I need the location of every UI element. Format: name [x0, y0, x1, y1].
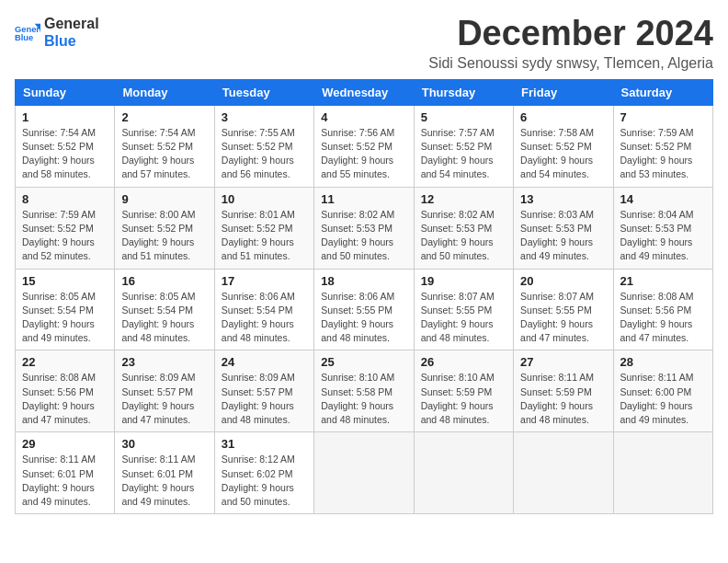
- day-info: Sunrise: 8:05 AMSunset: 5:54 PMDaylight:…: [121, 290, 207, 346]
- day-number: 7: [620, 110, 706, 124]
- day-info: Sunrise: 8:09 AMSunset: 5:57 PMDaylight:…: [222, 371, 307, 427]
- day-number: 10: [222, 192, 307, 206]
- svg-text:Blue: Blue: [15, 34, 33, 43]
- day-info: Sunrise: 7:56 AMSunset: 5:52 PMDaylight:…: [321, 126, 406, 182]
- day-info: Sunrise: 8:11 AMSunset: 6:00 PMDaylight:…: [620, 371, 706, 427]
- calendar-subtitle: Sidi Senoussi sydy snwsy, Tlemcen, Alger…: [428, 55, 713, 72]
- day-info: Sunrise: 8:11 AMSunset: 6:01 PMDaylight:…: [121, 453, 207, 509]
- day-cell: 1Sunrise: 7:54 AMSunset: 5:52 PMDaylight…: [16, 105, 115, 187]
- day-info: Sunrise: 8:09 AMSunset: 5:57 PMDaylight:…: [121, 371, 207, 427]
- day-number: 3: [222, 110, 307, 124]
- day-info: Sunrise: 8:10 AMSunset: 5:59 PMDaylight:…: [421, 371, 506, 427]
- calendar-body: 1Sunrise: 7:54 AMSunset: 5:52 PMDaylight…: [16, 105, 713, 513]
- day-cell: 5Sunrise: 7:57 AMSunset: 5:52 PMDaylight…: [414, 105, 513, 187]
- day-number: 22: [22, 355, 108, 369]
- day-cell: 4Sunrise: 7:56 AMSunset: 5:52 PMDaylight…: [314, 105, 414, 187]
- day-cell: 22Sunrise: 8:08 AMSunset: 5:56 PMDayligh…: [16, 350, 115, 432]
- day-cell: 31Sunrise: 8:12 AMSunset: 6:02 PMDayligh…: [214, 432, 313, 514]
- logo-icon: General Blue: [15, 19, 40, 45]
- day-info: Sunrise: 8:10 AMSunset: 5:58 PMDaylight:…: [321, 371, 406, 427]
- day-info: Sunrise: 8:04 AMSunset: 5:53 PMDaylight:…: [620, 208, 706, 264]
- day-info: Sunrise: 7:59 AMSunset: 5:52 PMDaylight:…: [620, 126, 706, 182]
- logo-line2: Blue: [44, 32, 99, 50]
- day-number: 30: [121, 437, 207, 451]
- week-row-1: 1Sunrise: 7:54 AMSunset: 5:52 PMDaylight…: [16, 105, 713, 187]
- day-cell: [514, 432, 613, 514]
- page-header: General Blue General Blue December 2024 …: [15, 15, 713, 72]
- day-cell: 23Sunrise: 8:09 AMSunset: 5:57 PMDayligh…: [115, 350, 214, 432]
- day-number: 9: [121, 192, 207, 206]
- day-info: Sunrise: 7:58 AMSunset: 5:52 PMDaylight:…: [520, 126, 606, 182]
- day-info: Sunrise: 7:55 AMSunset: 5:52 PMDaylight:…: [222, 126, 307, 182]
- day-number: 14: [620, 192, 706, 206]
- day-cell: 12Sunrise: 8:02 AMSunset: 5:53 PMDayligh…: [414, 187, 513, 269]
- week-row-4: 22Sunrise: 8:08 AMSunset: 5:56 PMDayligh…: [16, 350, 713, 432]
- calendar-title: December 2024: [428, 15, 713, 53]
- day-number: 17: [222, 274, 307, 288]
- week-row-5: 29Sunrise: 8:11 AMSunset: 6:01 PMDayligh…: [16, 432, 713, 514]
- day-cell: 13Sunrise: 8:03 AMSunset: 5:53 PMDayligh…: [514, 187, 613, 269]
- day-number: 2: [121, 110, 207, 124]
- day-cell: [414, 432, 513, 514]
- header-wednesday: Wednesday: [314, 79, 414, 105]
- day-info: Sunrise: 8:11 AMSunset: 5:59 PMDaylight:…: [520, 371, 606, 427]
- day-number: 4: [321, 110, 406, 124]
- day-cell: 25Sunrise: 8:10 AMSunset: 5:58 PMDayligh…: [314, 350, 414, 432]
- day-number: 12: [421, 192, 506, 206]
- day-cell: 9Sunrise: 8:00 AMSunset: 5:52 PMDaylight…: [115, 187, 214, 269]
- day-number: 23: [121, 355, 207, 369]
- day-info: Sunrise: 8:07 AMSunset: 5:55 PMDaylight:…: [520, 290, 606, 346]
- day-info: Sunrise: 7:57 AMSunset: 5:52 PMDaylight:…: [421, 126, 506, 182]
- day-number: 25: [321, 355, 406, 369]
- day-number: 11: [321, 192, 406, 206]
- day-cell: 27Sunrise: 8:11 AMSunset: 5:59 PMDayligh…: [514, 350, 613, 432]
- calendar-header-row: SundayMondayTuesdayWednesdayThursdayFrid…: [16, 79, 713, 105]
- day-cell: 11Sunrise: 8:02 AMSunset: 5:53 PMDayligh…: [314, 187, 414, 269]
- day-cell: 3Sunrise: 7:55 AMSunset: 5:52 PMDaylight…: [214, 105, 313, 187]
- day-cell: 21Sunrise: 8:08 AMSunset: 5:56 PMDayligh…: [613, 269, 712, 350]
- day-cell: 20Sunrise: 8:07 AMSunset: 5:55 PMDayligh…: [514, 269, 613, 350]
- day-cell: 18Sunrise: 8:06 AMSunset: 5:55 PMDayligh…: [314, 269, 414, 350]
- day-number: 24: [222, 355, 307, 369]
- day-cell: 16Sunrise: 8:05 AMSunset: 5:54 PMDayligh…: [115, 269, 214, 350]
- svg-text:General: General: [15, 25, 40, 34]
- day-cell: 14Sunrise: 8:04 AMSunset: 5:53 PMDayligh…: [613, 187, 712, 269]
- header-saturday: Saturday: [613, 79, 712, 105]
- day-number: 29: [22, 437, 108, 451]
- header-thursday: Thursday: [414, 79, 513, 105]
- day-number: 13: [520, 192, 606, 206]
- day-info: Sunrise: 8:02 AMSunset: 5:53 PMDaylight:…: [421, 208, 506, 264]
- header-sunday: Sunday: [16, 79, 115, 105]
- week-row-2: 8Sunrise: 7:59 AMSunset: 5:52 PMDaylight…: [16, 187, 713, 269]
- day-info: Sunrise: 8:08 AMSunset: 5:56 PMDaylight:…: [22, 371, 108, 427]
- day-info: Sunrise: 8:12 AMSunset: 6:02 PMDaylight:…: [222, 453, 307, 509]
- day-cell: 26Sunrise: 8:10 AMSunset: 5:59 PMDayligh…: [414, 350, 513, 432]
- title-area: December 2024 Sidi Senoussi sydy snwsy, …: [428, 15, 713, 72]
- day-number: 19: [421, 274, 506, 288]
- day-info: Sunrise: 8:11 AMSunset: 6:01 PMDaylight:…: [22, 453, 108, 509]
- header-tuesday: Tuesday: [214, 79, 313, 105]
- day-info: Sunrise: 7:54 AMSunset: 5:52 PMDaylight:…: [22, 126, 108, 182]
- day-cell: 19Sunrise: 8:07 AMSunset: 5:55 PMDayligh…: [414, 269, 513, 350]
- day-cell: 15Sunrise: 8:05 AMSunset: 5:54 PMDayligh…: [16, 269, 115, 350]
- day-cell: 17Sunrise: 8:06 AMSunset: 5:54 PMDayligh…: [214, 269, 313, 350]
- day-info: Sunrise: 8:01 AMSunset: 5:52 PMDaylight:…: [222, 208, 307, 264]
- day-info: Sunrise: 8:03 AMSunset: 5:53 PMDaylight:…: [520, 208, 606, 264]
- day-number: 1: [22, 110, 108, 124]
- day-info: Sunrise: 8:02 AMSunset: 5:53 PMDaylight:…: [321, 208, 406, 264]
- day-number: 27: [520, 355, 606, 369]
- day-info: Sunrise: 8:06 AMSunset: 5:54 PMDaylight:…: [222, 290, 307, 346]
- day-cell: 24Sunrise: 8:09 AMSunset: 5:57 PMDayligh…: [214, 350, 313, 432]
- week-row-3: 15Sunrise: 8:05 AMSunset: 5:54 PMDayligh…: [16, 269, 713, 350]
- calendar-table: SundayMondayTuesdayWednesdayThursdayFrid…: [15, 79, 713, 514]
- day-cell: [613, 432, 712, 514]
- day-number: 18: [321, 274, 406, 288]
- day-info: Sunrise: 7:54 AMSunset: 5:52 PMDaylight:…: [121, 126, 207, 182]
- day-info: Sunrise: 8:06 AMSunset: 5:55 PMDaylight:…: [321, 290, 406, 346]
- day-cell: 7Sunrise: 7:59 AMSunset: 5:52 PMDaylight…: [613, 105, 712, 187]
- day-number: 6: [520, 110, 606, 124]
- day-cell: 28Sunrise: 8:11 AMSunset: 6:00 PMDayligh…: [613, 350, 712, 432]
- header-friday: Friday: [514, 79, 613, 105]
- day-number: 5: [421, 110, 506, 124]
- day-number: 28: [620, 355, 706, 369]
